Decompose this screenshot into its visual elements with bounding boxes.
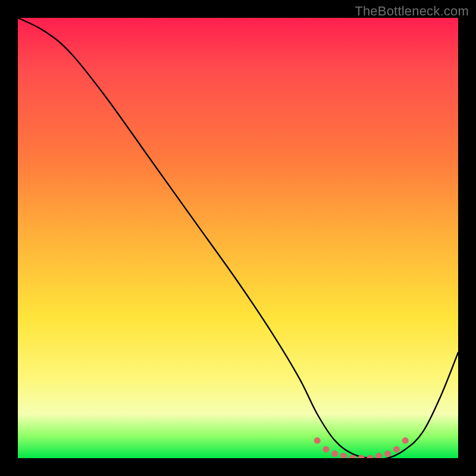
sweet-spot-dot — [402, 437, 409, 444]
bottleneck-curve-svg — [18, 18, 458, 458]
sweet-spot-dot — [340, 453, 347, 458]
sweet-spot-dot — [367, 455, 374, 459]
sweet-spot-dot — [375, 453, 382, 458]
chart-frame: TheBottleneck.com — [0, 0, 476, 476]
sweet-spot-dot — [393, 446, 400, 453]
sweet-spot-dot — [331, 450, 338, 457]
watermark-text: TheBottleneck.com — [355, 4, 469, 19]
plot-area — [18, 18, 458, 458]
bottleneck-curve-path — [18, 18, 458, 458]
sweet-spot-dot — [384, 450, 391, 457]
sweet-spot-dot — [323, 446, 330, 453]
sweet-spot-dot — [314, 437, 321, 444]
sweet-spot-dots — [314, 437, 409, 458]
sweet-spot-dot — [358, 455, 365, 459]
